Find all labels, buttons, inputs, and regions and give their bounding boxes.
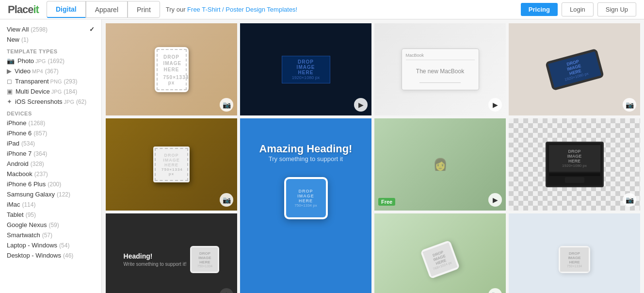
template-grid: DROPIMAGEHERE 750×1334 px 📷 DROPIMAGEHER… (106, 23, 640, 293)
template-item-11[interactable]: DROPIMAGEHERE 750×1334 (509, 213, 640, 293)
video-icon: ▶ (354, 98, 368, 112)
photo-icon: 📷 (7, 57, 15, 65)
sidebar-item-view-all[interactable]: View All (2598) ✓ (0, 24, 101, 34)
video-icon: ▶ (7, 67, 12, 75)
sidebar-item-ios-screenshots[interactable]: ✦ iOS Screenshots JPG (62) (0, 97, 101, 107)
sidebar-item-imac[interactable]: iMac (114) (0, 199, 101, 210)
sidebar-item-video[interactable]: ▶ Video MP4 (367) (0, 66, 101, 76)
transparent-icon: ◻ (7, 78, 12, 85)
template-item-8[interactable]: DROPIMAGEHERE 1920×1080 px 📷 (509, 118, 640, 211)
multi-device-icon: ▣ (7, 88, 13, 95)
sidebar-item-smartwatch[interactable]: Smartwatch (57) (0, 230, 101, 240)
template-item-7[interactable]: 👩 Free ▶ (374, 118, 506, 211)
promo-text: Try our Free T-Shirt / Poster Design Tem… (166, 6, 521, 13)
template-item-5[interactable]: DROPIMAGEHERE 750×1334 px 📷 (106, 118, 237, 211)
pricing-button[interactable]: Pricing (521, 3, 558, 16)
sidebar-item-google-nexus[interactable]: Google Nexus (59) (0, 220, 101, 230)
sidebar-item-laptop-windows[interactable]: Laptop - Windows (54) (0, 240, 101, 250)
camera-icon-imac: 📷 (623, 193, 636, 207)
nav-tabs: Digital Apparel Print (47, 1, 160, 18)
ios-icon: ✦ (7, 98, 12, 105)
sidebar-item-photo[interactable]: 📷 Photo JPG (1692) (0, 56, 101, 66)
promo-link[interactable]: Free T-Shirt / Poster Design Templates! (187, 6, 297, 13)
video-icon-macbook: ▶ (488, 98, 502, 112)
camera-icon-tablet: 📷 (623, 98, 636, 112)
video-icon-woman: ▶ (488, 193, 502, 207)
sidebar-item-desktop-windows[interactable]: Desktop - Windows (46) (0, 250, 101, 260)
devices-label: Devices (0, 107, 101, 118)
checkmark-icon: ✓ (89, 26, 95, 33)
sidebar-item-multi-device[interactable]: ▣ Multi Device JPG (184) (0, 86, 101, 97)
login-button[interactable]: Login (562, 2, 594, 16)
sidebar-item-samsung[interactable]: Samsung Galaxy (122) (0, 189, 101, 199)
sidebar-item-iphone7[interactable]: iPhone 7 (364) (0, 148, 101, 159)
sidebar-item-transparent[interactable]: ◻ Transparent PNG (293) (0, 76, 101, 86)
template-types-label: Template Types (0, 45, 101, 56)
sidebar-item-android[interactable]: Android (328) (0, 159, 101, 169)
sidebar-item-new[interactable]: New (1) (0, 34, 101, 45)
header: Placeit Digital Apparel Print Try our Fr… (0, 0, 644, 19)
sidebar-item-iphone[interactable]: iPhone (1268) (0, 118, 101, 128)
tab-digital[interactable]: Digital (47, 1, 86, 18)
sidebar: View All (2598) ✓ New (1) Template Types… (0, 19, 102, 293)
free-badge: Free (378, 198, 395, 206)
tab-apparel[interactable]: Apparel (86, 1, 128, 18)
sidebar-item-iphone6plus[interactable]: iPhone 6 Plus (200) (0, 179, 101, 189)
template-item-9[interactable]: Heading! Write something to support it! … (106, 213, 237, 293)
main-layout: View All (2598) ✓ New (1) Template Types… (0, 19, 644, 293)
header-actions: Pricing Login Sign Up (521, 2, 636, 16)
template-item-6[interactable]: Amazing Heading! Try something to suppor… (240, 118, 371, 293)
camera-icon-notebook: 📷 (220, 193, 233, 207)
template-item-4[interactable]: DROPIMAGEHERE 1920×1080 px 📷 (509, 23, 640, 115)
tab-print[interactable]: Print (128, 1, 160, 18)
template-item-10[interactable]: DROPIMAGEHERE 768×1024 px 📷 (374, 213, 506, 293)
template-item-2[interactable]: DROPIMAGEHERE 1920×1080 px ▶ (240, 23, 371, 115)
content-area: DROPIMAGEHERE 750×1334 px 📷 DROPIMAGEHER… (102, 19, 644, 293)
sidebar-item-ipad[interactable]: iPad (534) (0, 138, 101, 148)
template-item-3[interactable]: MacBook The new MacBook ▶ (374, 23, 506, 115)
logo: Placeit (8, 3, 39, 16)
signup-button[interactable]: Sign Up (597, 2, 636, 16)
sidebar-item-iphone6[interactable]: iPhone 6 (857) (0, 128, 101, 138)
sidebar-item-macbook[interactable]: Macbook (237) (0, 169, 101, 179)
sidebar-item-tablet[interactable]: Tablet (95) (0, 210, 101, 220)
camera-icon: 📷 (220, 98, 233, 112)
template-item-1[interactable]: DROPIMAGEHERE 750×1334 px 📷 (106, 23, 237, 115)
